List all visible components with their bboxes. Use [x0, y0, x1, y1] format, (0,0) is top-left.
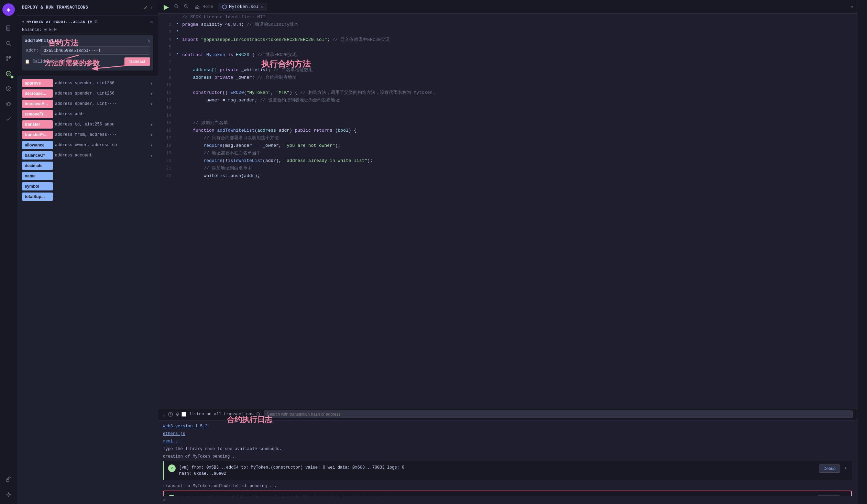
sidebar-search-icon[interactable] — [2, 37, 15, 50]
code-line-16: 16 function addToWhiteList(address addr)… — [158, 127, 857, 135]
log-text-1: [vm] from: 0x5B3...eddC4 to: MyToken.(co… — [179, 464, 815, 477]
line-content-18: require(msg.sender == _owner, "you are n… — [180, 142, 857, 150]
method-expand-0[interactable]: ▾ — [150, 81, 153, 86]
calldata-dots[interactable]: ··· — [65, 59, 72, 64]
tab-mytoken[interactable]: MyToken.sol ✕ — [218, 3, 267, 11]
code-segment: // 构造方法，调用了父类的构造方法，设置代币名称为 Mytoken， — [300, 90, 437, 95]
instance-copy-icon[interactable]: ⧉ — [95, 20, 98, 24]
code-line-6: 6●contract MyToken is ERC20 { // 继承ERC20… — [158, 52, 857, 59]
code-line-13: 13 — [158, 105, 857, 112]
instance-close-icon[interactable]: ✕ — [150, 19, 153, 25]
log-expand-1[interactable]: ▾ — [844, 464, 848, 472]
method-btn-increaseA[interactable]: increaseA... — [22, 100, 53, 108]
terminal-listen-checkbox[interactable] — [182, 412, 186, 417]
code-editor[interactable]: 1// SPDX-License-Identifier: MIT2●pragma… — [158, 14, 857, 408]
method-btn-removeFr[interactable]: removeFr... — [22, 110, 53, 118]
code-line-19: 19 // 地址需要不在白名单当中 — [158, 150, 857, 158]
addr-label: addr: — [25, 48, 39, 53]
search-button[interactable] — [172, 3, 181, 10]
line-dot-6: ● — [175, 52, 180, 56]
terminal-body: web3 version 1.5.2 ethers.js remi... Typ… — [158, 420, 857, 496]
calldata-copy-icon[interactable]: ⧉ — [57, 59, 61, 64]
method-expand-6[interactable]: ▾ — [150, 142, 153, 148]
terminal-search-icon — [256, 412, 261, 417]
code-segment: function — [182, 128, 215, 133]
method-expand-4[interactable]: ▾ — [150, 122, 153, 128]
sidebar-git-icon[interactable] — [2, 52, 15, 65]
code-segment: // 合约控制者地址 — [257, 75, 296, 80]
code-segment: whiteList.push(addr); — [182, 173, 260, 179]
method-expand-5[interactable]: ▾ — [150, 132, 153, 138]
code-segment: import — [182, 37, 199, 42]
code-segment: MyToken — [206, 52, 225, 57]
method-btn-allowance[interactable]: allowance — [22, 141, 53, 149]
ethers-link[interactable]: ethers.js — [163, 431, 185, 436]
code-segment: addr) — [276, 128, 295, 133]
log-check-1: ✓ — [168, 464, 176, 472]
line-content-12: _owner = msg.sender; // 设置合约控制者地址为合约发布地址 — [180, 97, 857, 104]
method-btn-decimals[interactable]: decimals — [22, 162, 53, 170]
terminal-line-ethers: ethers.js — [163, 431, 852, 437]
web3-link[interactable]: web3 version 1.5.2 — [163, 424, 208, 429]
method-btn-transfer[interactable]: transfer — [22, 120, 53, 129]
line-dot-4: ● — [175, 36, 180, 41]
sidebar-check-icon[interactable] — [2, 113, 15, 125]
method-btn-approve[interactable]: approve — [22, 79, 53, 87]
code-segment: // SPDX-License-Identifier: MIT — [182, 14, 265, 20]
code-segment: (! — [222, 158, 228, 163]
sidebar-hammer-icon[interactable] — [2, 473, 15, 485]
code-segment: _owner; — [233, 75, 257, 80]
zoom-button[interactable] — [182, 3, 190, 10]
method-collapse-icon[interactable]: ∧ — [148, 38, 150, 44]
method-expand-1[interactable]: ▾ — [150, 91, 153, 97]
code-segment — [199, 37, 201, 42]
method-btn-symbol[interactable]: symbol — [22, 182, 53, 191]
method-row-removeFr: removeFr...address addr — [22, 110, 153, 118]
method-btn-totalSup[interactable]: totalSup... — [22, 193, 53, 201]
terminal-search-input[interactable] — [264, 410, 853, 418]
line-number-20: 20 — [158, 158, 175, 164]
remix-link[interactable]: remi... — [163, 439, 180, 444]
method-btn-name[interactable]: name — [22, 172, 53, 180]
tab-close-icon[interactable]: ✕ — [260, 4, 263, 9]
code-segment: public — [295, 128, 311, 133]
debug-button-1[interactable]: Debug — [819, 464, 840, 473]
sidebar-bug-icon[interactable] — [2, 98, 15, 110]
method-btn-balanceOf[interactable]: balanceOf — [22, 151, 53, 160]
method-params-3: address addr — [55, 112, 153, 117]
code-segment: returns — [311, 128, 332, 133]
code-segment: // 设置合约控制者地址为合约发布地址 — [260, 98, 339, 103]
code-segment: (addr), — [263, 158, 284, 163]
tab-home[interactable]: Home — [192, 3, 217, 11]
run-button[interactable]: ▶ — [162, 3, 171, 11]
transact-button[interactable]: transact — [125, 57, 150, 66]
line-number-13: 13 — [158, 105, 175, 111]
sidebar-settings-icon[interactable] — [2, 488, 15, 501]
method-btn-decrease[interactable]: decrease... — [22, 89, 53, 98]
method-expand-2[interactable]: ▾ — [150, 101, 153, 107]
svg-point-8 — [9, 56, 11, 58]
method-btn-transferFr[interactable]: transferFr... — [22, 131, 53, 139]
code-segment: address — [182, 75, 212, 80]
right-panel — [857, 0, 867, 504]
sidebar-plugin-icon[interactable] — [2, 83, 15, 95]
resize-icon: ⇔ — [850, 4, 853, 10]
line-number-9: 9 — [158, 74, 175, 81]
deploy-panel: DEPLOY & RUN TRANSACTIONS ✓ › ▼ MYTOKEN … — [17, 0, 158, 504]
method-row-transferFr: transferFr...address from, address····▾ — [22, 131, 153, 139]
code-segment: { — [249, 52, 257, 57]
calldata-label[interactable]: Calldata — [33, 59, 53, 64]
svg-line-5 — [10, 44, 11, 46]
instance-collapse-arrow[interactable]: ▼ — [22, 20, 24, 24]
terminal-pending-transact: transact to MyToken.addToWhiteList pendi… — [163, 483, 852, 489]
terminal-collapse-icon[interactable]: ⌄ — [162, 411, 165, 417]
method-expand-7[interactable]: ▾ — [150, 153, 153, 159]
contract-instance: ▼ MYTOKEN AT 0XD91...39138 (M ⧉ ✕ Balanc… — [17, 15, 158, 76]
sidebar-deploy-icon[interactable] — [2, 67, 15, 80]
method-header: addToWhiteList ∧ — [25, 38, 150, 44]
terminal-count: 0 — [176, 412, 179, 417]
method-params-6: address owner, address sp — [55, 143, 148, 148]
code-segment: (msg.sender == _owner, — [222, 143, 284, 148]
sidebar-files-icon[interactable] — [2, 22, 15, 34]
addr-input-field[interactable] — [41, 46, 150, 55]
